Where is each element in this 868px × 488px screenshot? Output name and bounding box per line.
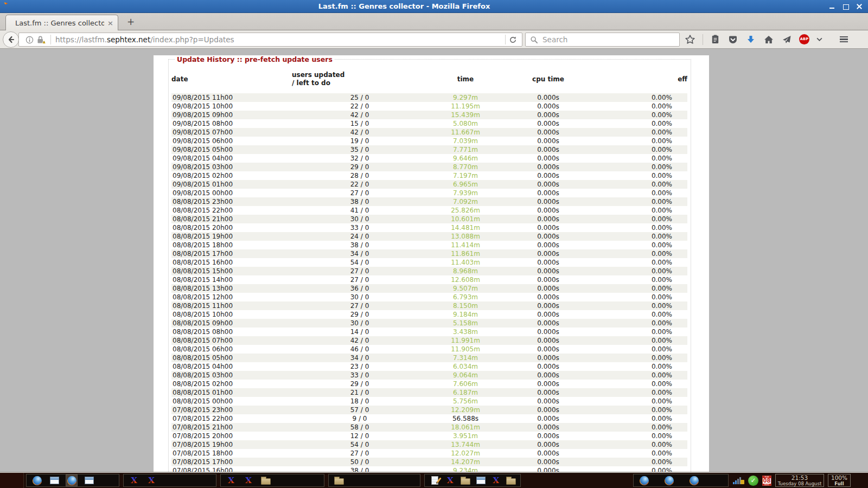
new-tab-button[interactable]: + xyxy=(125,16,137,28)
close-window-button[interactable] xyxy=(856,3,863,10)
window-icon xyxy=(476,477,486,484)
chevron-down-icon[interactable] xyxy=(816,37,822,41)
network-signal-icon[interactable] xyxy=(733,477,744,484)
cell-users: 32 / 0 xyxy=(292,154,427,163)
table-row: 08/08/2015 21h00 30 / 0 10.601m 0.000s 0… xyxy=(171,215,687,223)
cell-time: 10.601m xyxy=(427,215,503,223)
taskbar-button-firefox[interactable] xyxy=(31,474,43,486)
taskbar-button-folder[interactable] xyxy=(260,474,272,486)
taskbar-button-xterm[interactable] xyxy=(444,474,456,486)
cell-cpu-time: 0.000s xyxy=(503,241,593,249)
calendar-icon[interactable]: TUE 08 AUG xyxy=(762,476,771,486)
taskbar-button-notepad[interactable] xyxy=(429,474,441,486)
browser-viewport: Update History :: pre-fetch update users… xyxy=(0,49,868,472)
search-input[interactable] xyxy=(541,35,675,44)
pocket-icon[interactable] xyxy=(727,34,738,45)
adblock-icon[interactable]: ABP xyxy=(799,34,809,44)
cell-date: 08/08/2015 15h00 xyxy=(171,267,292,275)
cell-eff: 0.00% xyxy=(593,319,687,328)
cell-eff: 0.00% xyxy=(593,154,687,163)
download-icon[interactable] xyxy=(745,34,756,45)
cell-users: 30 / 0 xyxy=(292,319,427,328)
table-row: 09/08/2015 07h00 42 / 0 11.667m 0.000s 0… xyxy=(171,128,687,137)
taskbar-button-folder[interactable] xyxy=(333,474,345,486)
cell-cpu-time: 0.000s xyxy=(503,163,593,171)
cell-time: 11.667m xyxy=(427,128,503,137)
taskbar-button-window[interactable] xyxy=(48,474,60,486)
cell-time: 11.403m xyxy=(427,258,503,267)
table-row: 07/08/2015 16h00 38 / 0 9.234m 0.000s 0.… xyxy=(171,466,687,472)
bookmark-star-icon[interactable] xyxy=(685,34,695,45)
cell-cpu-time: 0.000s xyxy=(503,293,593,301)
col-header-users-line2: / left to do xyxy=(292,79,427,87)
clock-date: Tuesday 08 August xyxy=(776,481,824,486)
cell-date: 08/08/2015 14h00 xyxy=(171,275,292,284)
cell-users: 27 / 0 xyxy=(292,275,427,284)
tab-lastfm-genres-collector[interactable]: Last.fm :: Genres collector × xyxy=(5,15,118,30)
cell-users: 34 / 0 xyxy=(292,354,427,362)
navigation-toolbar: https://lastfm.sephtex.net/index.php?p=U… xyxy=(0,30,868,49)
firefox-icon xyxy=(33,476,42,485)
cell-time: 12.027m xyxy=(427,449,503,458)
cell-eff: 0.00% xyxy=(593,111,687,119)
table-row: 08/08/2015 11h00 27 / 0 8.150m 0.000s 0.… xyxy=(171,301,687,310)
cell-date: 08/08/2015 16h00 xyxy=(171,258,292,267)
cell-users: 36 / 0 xyxy=(292,284,427,293)
cell-time: 5.158m xyxy=(427,319,503,328)
xterm-icon xyxy=(245,476,252,485)
reading-list-icon[interactable] xyxy=(710,34,720,44)
cell-date: 07/08/2015 19h00 xyxy=(171,440,292,449)
tab-close-icon[interactable]: × xyxy=(107,20,113,27)
cell-cpu-time: 0.000s xyxy=(503,354,593,362)
table-row: 08/08/2015 18h00 38 / 0 11.414m 0.000s 0… xyxy=(171,241,687,249)
cell-cpu-time: 0.000s xyxy=(503,232,593,241)
minimize-button[interactable] xyxy=(829,3,835,10)
taskbar-button-folder[interactable] xyxy=(459,474,471,486)
taskbar-button-xterm[interactable] xyxy=(242,474,254,486)
taskbar-button-window[interactable] xyxy=(475,474,487,486)
table-row: 07/08/2015 23h00 57 / 0 12.209m 0.000s 0… xyxy=(171,406,687,414)
lock-warning-icon[interactable] xyxy=(36,35,46,44)
cell-users: 54 / 0 xyxy=(292,258,427,267)
cell-eff: 0.00% xyxy=(593,432,687,440)
cell-eff: 0.00% xyxy=(593,93,687,102)
home-icon[interactable] xyxy=(763,34,774,45)
col-header-time: time xyxy=(427,65,503,93)
taskbar-button-xterm[interactable] xyxy=(225,474,237,486)
cell-users: 33 / 0 xyxy=(292,371,427,380)
cell-eff: 0.00% xyxy=(593,267,687,275)
taskbar-button-window[interactable] xyxy=(83,474,95,486)
cell-users: 18 / 0 xyxy=(292,397,427,406)
taskbar-button-firefox[interactable] xyxy=(663,474,675,486)
info-icon[interactable] xyxy=(25,36,34,44)
taskbar-button-xterm[interactable] xyxy=(145,474,157,486)
table-row: 08/08/2015 01h00 21 / 0 6.187m 0.000s 0.… xyxy=(171,388,687,397)
table-row: 09/08/2015 04h00 32 / 0 9.646m 0.000s 0.… xyxy=(171,154,687,163)
xterm-icon xyxy=(493,476,499,485)
desktop-pager[interactable] xyxy=(0,473,24,488)
table-row: 07/08/2015 18h00 27 / 0 12.027m 0.000s 0… xyxy=(171,449,687,458)
maximize-button[interactable] xyxy=(843,3,849,10)
taskbar-button-xterm[interactable] xyxy=(128,474,140,486)
reload-button[interactable] xyxy=(509,36,522,44)
table-row: 08/08/2015 05h00 34 / 0 7.314m 0.000s 0.… xyxy=(171,354,687,362)
cell-cpu-time: 0.000s xyxy=(503,380,593,388)
taskbar-button-folder[interactable] xyxy=(506,474,517,486)
taskbar-button-xterm[interactable] xyxy=(490,474,502,486)
battery-percent: 100% xyxy=(828,474,850,481)
system-tray: TUE 08 AUG xyxy=(733,476,771,486)
url-bar[interactable]: https://lastfm.sephtex.net/index.php?p=U… xyxy=(18,33,522,47)
send-tab-icon[interactable] xyxy=(781,34,792,45)
taskbar-button-firefox[interactable] xyxy=(688,474,700,486)
taskbar-button-firefox[interactable] xyxy=(66,474,78,486)
skype-online-icon[interactable] xyxy=(748,476,758,486)
cell-date: 09/08/2015 07h00 xyxy=(171,128,292,137)
cell-cpu-time: 0.000s xyxy=(503,267,593,275)
battery-status: Full xyxy=(828,481,850,486)
menu-icon[interactable] xyxy=(840,36,848,43)
search-bar[interactable] xyxy=(525,33,680,47)
cell-eff: 0.00% xyxy=(593,275,687,284)
table-row: 08/08/2015 13h00 36 / 0 9.507m 0.000s 0.… xyxy=(171,284,687,293)
taskbar-button-firefox[interactable] xyxy=(638,474,650,486)
back-button[interactable] xyxy=(3,31,19,48)
